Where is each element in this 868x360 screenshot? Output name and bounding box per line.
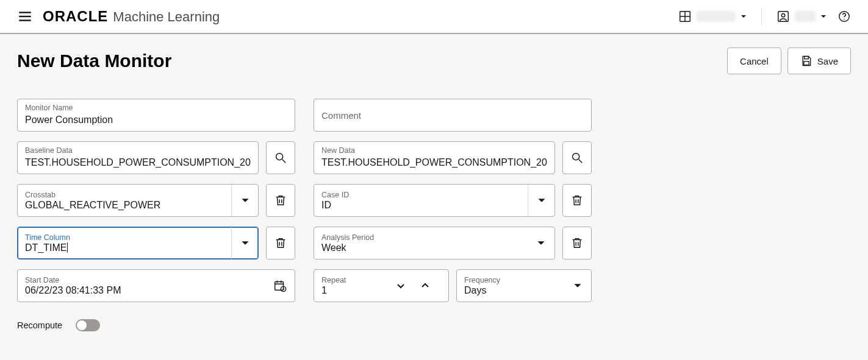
trash-icon — [274, 236, 287, 250]
menu-icon[interactable] — [17, 9, 33, 24]
brand-logo: ORACLE — [43, 8, 108, 25]
crosstab-label: Crosstab — [25, 191, 224, 199]
user-selector[interactable] — [777, 10, 827, 23]
new-data-field[interactable]: New Data — [314, 141, 555, 174]
user-name — [795, 11, 816, 22]
chevron-down-icon — [820, 13, 827, 19]
calendar-clock-icon — [273, 279, 287, 292]
chevron-down-icon — [573, 281, 582, 290]
case-id-label: Case ID — [321, 191, 520, 199]
search-icon — [570, 151, 584, 164]
analysis-period-label: Analysis Period — [321, 233, 520, 242]
frequency-value: Days — [464, 285, 557, 296]
page-title: New Data Monitor — [17, 51, 171, 71]
baseline-data-field[interactable]: Baseline Data — [17, 141, 259, 174]
separator — [761, 8, 762, 25]
svg-rect-11 — [804, 62, 809, 65]
analysis-period-value: Week — [321, 242, 520, 253]
cancel-button[interactable]: Cancel — [727, 48, 781, 74]
brand-product: Machine Learning — [113, 9, 220, 25]
chevron-down-icon — [241, 239, 249, 247]
svg-rect-6 — [778, 12, 789, 22]
chevron-down-icon — [537, 196, 546, 205]
frequency-dropdown[interactable] — [564, 270, 591, 302]
time-column-delete-button[interactable] — [266, 227, 295, 259]
case-id-field[interactable]: Case ID ID — [314, 184, 555, 217]
chevron-down-icon — [537, 239, 545, 247]
svg-line-13 — [282, 160, 286, 163]
crosstab-field[interactable]: Crosstab GLOBAL_REACTIVE_POWER — [17, 184, 259, 217]
baseline-data-search-button[interactable] — [266, 141, 295, 174]
case-id-value: ID — [321, 200, 520, 211]
case-id-dropdown[interactable] — [528, 185, 554, 216]
project-name — [697, 11, 736, 22]
recompute-label: Recompute — [17, 320, 62, 330]
save-icon — [800, 55, 812, 67]
trash-icon — [570, 236, 584, 250]
baseline-data-input[interactable] — [18, 142, 258, 174]
time-column-dropdown[interactable] — [231, 227, 258, 259]
trash-icon — [274, 194, 287, 207]
search-icon — [274, 151, 287, 164]
time-column-label: Time Column — [25, 233, 224, 242]
svg-point-14 — [573, 154, 579, 160]
save-button[interactable]: Save — [787, 48, 851, 74]
analysis-period-delete-button[interactable] — [562, 227, 592, 259]
svg-rect-24 — [275, 282, 284, 291]
project-selector[interactable] — [678, 10, 747, 23]
repeat-field[interactable]: Repeat 1 — [314, 269, 449, 302]
analysis-period-dropdown[interactable] — [528, 227, 554, 259]
cancel-label: Cancel — [740, 56, 769, 66]
trash-icon — [570, 194, 584, 207]
chevron-up-icon — [420, 281, 430, 291]
analysis-period-field[interactable]: Analysis Period Week — [314, 227, 555, 259]
repeat-decrement[interactable] — [389, 270, 413, 302]
chevron-down-icon — [396, 281, 406, 291]
start-date-label: Start Date — [25, 276, 258, 284]
time-column-field[interactable]: Time Column DT_TIME — [17, 227, 259, 259]
new-data-search-button[interactable] — [562, 141, 592, 174]
crosstab-dropdown[interactable] — [231, 185, 258, 216]
comment-label: Comment — [314, 99, 361, 131]
monitor-name-field[interactable]: Monitor Name — [17, 99, 295, 132]
user-icon — [777, 10, 790, 23]
svg-line-15 — [579, 160, 583, 163]
top-bar: ORACLE Machine Learning — [0, 0, 868, 34]
project-icon — [678, 10, 692, 23]
crosstab-delete-button[interactable] — [266, 184, 295, 217]
start-date-picker-button[interactable] — [265, 270, 295, 302]
start-date-value: 06/22/23 08:41:33 PM — [25, 285, 258, 296]
crosstab-value: GLOBAL_REACTIVE_POWER — [25, 200, 224, 211]
new-data-input[interactable] — [314, 142, 554, 174]
chevron-down-icon — [741, 13, 747, 19]
frequency-label: Frequency — [464, 276, 557, 284]
recompute-toggle[interactable] — [76, 319, 100, 331]
repeat-value: 1 — [321, 285, 381, 296]
svg-point-12 — [276, 154, 283, 160]
svg-rect-10 — [804, 57, 808, 59]
help-icon[interactable] — [838, 10, 851, 23]
chevron-down-icon — [241, 196, 249, 205]
save-label: Save — [817, 56, 838, 66]
brand: ORACLE Machine Learning — [43, 8, 220, 25]
repeat-label: Repeat — [321, 276, 381, 284]
comment-field[interactable]: Comment — [314, 99, 592, 132]
svg-point-7 — [781, 13, 785, 17]
time-column-value: DT_TIME — [25, 242, 224, 253]
svg-point-9 — [844, 19, 844, 19]
repeat-increment[interactable] — [413, 270, 437, 302]
start-date-field[interactable]: Start Date 06/22/23 08:41:33 PM — [17, 269, 295, 302]
frequency-field[interactable]: Frequency Days — [456, 269, 592, 302]
monitor-name-input[interactable] — [18, 99, 295, 131]
case-id-delete-button[interactable] — [562, 184, 592, 217]
